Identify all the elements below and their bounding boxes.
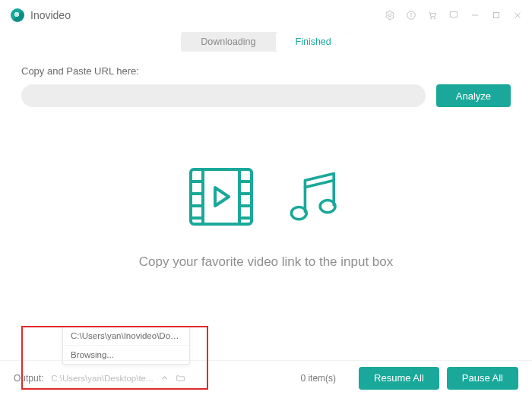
- empty-illustration: [183, 159, 349, 235]
- svg-rect-10: [191, 169, 252, 224]
- analyze-button[interactable]: Analyze: [436, 84, 511, 107]
- svg-point-3: [411, 13, 412, 14]
- url-input[interactable]: [21, 84, 426, 107]
- chevron-up-icon[interactable]: [160, 373, 169, 383]
- app-title: Inovideo: [30, 9, 71, 21]
- pause-all-button[interactable]: Pause All: [447, 367, 518, 390]
- folder-open-icon[interactable]: [176, 373, 185, 383]
- gear-icon[interactable]: [385, 10, 395, 21]
- bottom-bar: Output: C:\Users\yan\Desktop\te... 0 ite…: [0, 360, 532, 395]
- output-path-popup[interactable]: C:\Users\yan\Inovideo\Down... Browsing..…: [62, 326, 190, 365]
- url-section: Copy and Paste URL here: Analyze: [0, 52, 532, 107]
- svg-point-23: [320, 201, 335, 213]
- music-note-icon: [280, 163, 349, 231]
- output-path-text: C:\Users\yan\Desktop\te...: [51, 374, 153, 383]
- svg-point-0: [388, 14, 391, 17]
- comment-icon[interactable]: [448, 10, 459, 21]
- output-label: Output:: [14, 373, 43, 384]
- info-icon[interactable]: [406, 10, 416, 21]
- window-controls: [385, 10, 523, 21]
- empty-state: Copy your favorite video link to the inp…: [0, 159, 532, 270]
- svg-marker-21: [215, 188, 229, 206]
- svg-point-22: [291, 207, 306, 220]
- empty-message: Copy your favorite video link to the inp…: [139, 254, 394, 270]
- url-label: Copy and Paste URL here:: [21, 65, 511, 77]
- app-logo-icon: [11, 8, 24, 22]
- item-count: 0 item(s): [300, 373, 336, 384]
- output-recent-item[interactable]: C:\Users\yan\Inovideo\Down...: [63, 327, 189, 345]
- output-path-control[interactable]: C:\Users\yan\Desktop\te...: [51, 373, 185, 383]
- svg-point-4: [430, 17, 432, 19]
- maximize-icon[interactable]: [491, 10, 502, 21]
- title-bar: Inovideo: [0, 0, 532, 30]
- resume-all-button[interactable]: Resume All: [359, 367, 439, 390]
- svg-line-24: [305, 180, 334, 187]
- svg-rect-7: [494, 13, 499, 18]
- tab-downloading[interactable]: Downloading: [181, 32, 275, 52]
- cart-icon[interactable]: [427, 10, 438, 21]
- film-icon: [183, 159, 259, 235]
- minimize-icon[interactable]: [470, 10, 480, 21]
- svg-point-5: [434, 17, 435, 19]
- close-icon[interactable]: [512, 10, 523, 21]
- tab-finished[interactable]: Finished: [276, 32, 351, 52]
- tab-bar: Downloading Finished: [0, 32, 532, 52]
